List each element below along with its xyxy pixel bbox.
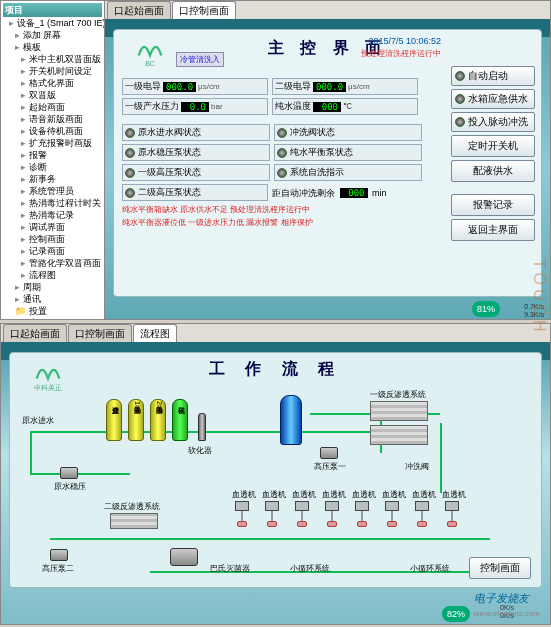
tree-item[interactable]: 流程图: [3, 269, 102, 281]
tree-device[interactable]: 设备_1 (Smart 700 IE): [3, 17, 102, 29]
tree-item[interactable]: 扩充报警时画版: [3, 137, 102, 149]
lamp-icon: [455, 94, 465, 104]
label-raw-stable: 原水稳压: [54, 481, 86, 492]
status-rinse-valve[interactable]: 冲洗阀状态: [274, 124, 422, 141]
val-temp: 000: [313, 102, 341, 112]
watermark-touch: TOUCH: [530, 259, 548, 336]
lamp-icon: [277, 168, 287, 178]
pipe: [440, 423, 442, 493]
dialyzer-6: [385, 501, 399, 527]
tree-item[interactable]: 格式化界面: [3, 77, 102, 89]
tree-item[interactable]: 热消毒过程计时关: [3, 197, 102, 209]
tab-control[interactable]: 口控制画面: [172, 1, 236, 19]
tab-flow[interactable]: 流程图: [133, 324, 177, 342]
tree-item[interactable]: 报警: [3, 149, 102, 161]
field-press1: 一级产水压力 0.0 bar: [122, 98, 268, 115]
tab-start[interactable]: 口起始画面: [107, 1, 171, 19]
ro1-unit: [370, 401, 428, 421]
flow-diagram: 中科美正 工 作 流 程 原水进水 多介质过滤 余氯去除1# 余氯去除2# 软化…: [9, 352, 542, 588]
dialyzer-2: [265, 501, 279, 527]
tree-title: 项目: [3, 3, 102, 17]
btn-to-control[interactable]: 控制画面: [469, 557, 531, 579]
tree-item[interactable]: 新事务: [3, 173, 102, 185]
timestamp: 2015/7/5 10:06:52: [368, 36, 441, 46]
watermark-elecfans: 电子发烧友 www.elecfans.com: [474, 591, 540, 618]
btn-supply[interactable]: 配液供水: [451, 160, 535, 182]
side-button-col: 自动启动 水箱应急供水 投入脉动冲洗 定时开关机 配液供水 报警记录 返回主界面: [451, 66, 535, 241]
lamp-icon: [125, 188, 135, 198]
tree-item[interactable]: 管路化学双晋画面: [3, 257, 102, 269]
tree-item[interactable]: 投置: [3, 305, 102, 317]
field-cond1: 一级电导 000.0 μs/cm: [122, 78, 268, 95]
project-tree[interactable]: 项目 设备_1 (Smart 700 IE) 添加 屏幕 模板 米中主机双晋面版…: [1, 1, 105, 319]
val-cond1: 000.0: [163, 82, 196, 92]
label-dialyzer-3: 血透机: [292, 489, 316, 500]
label-dialyzer-2: 血透机: [262, 489, 286, 500]
lamp-icon: [125, 168, 135, 178]
lamp-icon: [125, 148, 135, 158]
red-alert-2: 纯水平衡器液位低 一级进水压力低 漏水报警 相序保护: [122, 217, 422, 228]
tree-item[interactable]: 通讯: [3, 293, 102, 305]
label-dialyzer-5: 血透机: [352, 489, 376, 500]
status-raw-pump[interactable]: 原水稳压泵状态: [122, 144, 270, 161]
tree-item[interactable]: 语音新版画面: [3, 113, 102, 125]
tree-item[interactable]: 诊断: [3, 161, 102, 173]
btn-pulse-rinse[interactable]: 投入脉动冲洗: [451, 112, 535, 132]
alarm-link[interactable]: 冷管清洗入: [176, 52, 224, 67]
pump-raw-stable: [60, 467, 78, 479]
label-dialyzer-8: 血透机: [442, 489, 466, 500]
tree-item[interactable]: 系统管理员: [3, 185, 102, 197]
tree-item[interactable]: 变量: [3, 317, 102, 319]
hmi-screen-bot: TOUCH 中科美正 工 作 流 程 原水进: [1, 342, 550, 624]
tree-item[interactable]: 热消毒记录: [3, 209, 102, 221]
status-balance-pump[interactable]: 纯水平衡泵状态: [274, 144, 422, 161]
val-press1: 0.0: [181, 102, 209, 112]
tree-item[interactable]: 调试界面: [3, 221, 102, 233]
tank-cl1: 余氯去除1#: [128, 399, 144, 441]
main-content: BC 冷管清洗入 主 控 界 面 2015/7/5 10:06:52 预处理清洗…: [113, 29, 542, 297]
btn-auto-start[interactable]: 自动启动: [451, 66, 535, 86]
tree-item[interactable]: 添加 屏幕: [3, 29, 102, 41]
tree-item[interactable]: 米中主机双晋面版: [3, 53, 102, 65]
lamp-icon: [277, 128, 287, 138]
pasteur-tank: [170, 548, 198, 566]
pump-hp2: [50, 549, 68, 561]
label-dialyzer-1: 血透机: [232, 489, 256, 500]
zoom-badge-2[interactable]: 82%: [442, 606, 470, 622]
tab-control-2[interactable]: 口控制画面: [68, 324, 132, 342]
val-cond2: 000.0: [313, 82, 346, 92]
zoom-badge[interactable]: 81%: [472, 301, 500, 317]
status-hp1[interactable]: 一级高压泵状态: [122, 164, 270, 181]
tree-item[interactable]: 控制画面: [3, 233, 102, 245]
tree-item[interactable]: 模板: [3, 41, 102, 53]
resin-col: [198, 413, 206, 441]
status-hp2[interactable]: 二级高压泵状态: [122, 184, 268, 201]
label-dialyzer-6: 血透机: [382, 489, 406, 500]
tree-item[interactable]: 周期: [3, 281, 102, 293]
lamp-icon: [277, 148, 287, 158]
tab-start-2[interactable]: 口起始画面: [3, 324, 67, 342]
tree-item[interactable]: 起始画面: [3, 101, 102, 113]
big-tank: [280, 395, 302, 445]
tree-item[interactable]: 开关机时间设定: [3, 65, 102, 77]
remaining-time: 距自动冲洗剩余 000 min: [272, 187, 387, 200]
lamp-icon: [455, 71, 465, 81]
label-loop: 小循环系统: [290, 563, 330, 574]
bottom-screenshot: 口起始画面 口控制画面 流程图 TOUCH 中科美正 工 作 流 程: [0, 323, 551, 625]
status-raw-valve[interactable]: 原水进水阀状态: [122, 124, 270, 141]
label-hp2: 高压泵二: [42, 563, 74, 574]
label-ro1: 一级反渗透系统: [370, 389, 426, 400]
label-dialyzer-7: 血透机: [412, 489, 436, 500]
tree-item[interactable]: 双晋版: [3, 89, 102, 101]
tree-item[interactable]: 设备待机画面: [3, 125, 102, 137]
btn-timer[interactable]: 定时开关机: [451, 135, 535, 157]
status-line: 预处理清洗程序运行中: [361, 48, 441, 59]
lamp-icon: [125, 128, 135, 138]
status-autoclean[interactable]: 系统自洗指示: [274, 164, 422, 181]
btn-emergency[interactable]: 水箱应急供水: [451, 89, 535, 109]
label-soft: 软化器: [188, 445, 212, 456]
btn-alarm-log[interactable]: 报警记录: [451, 194, 535, 216]
label-pasteur: 巴氏灭菌器: [210, 563, 250, 574]
tree-item[interactable]: 记录画面: [3, 245, 102, 257]
btn-back-main[interactable]: 返回主界面: [451, 219, 535, 241]
